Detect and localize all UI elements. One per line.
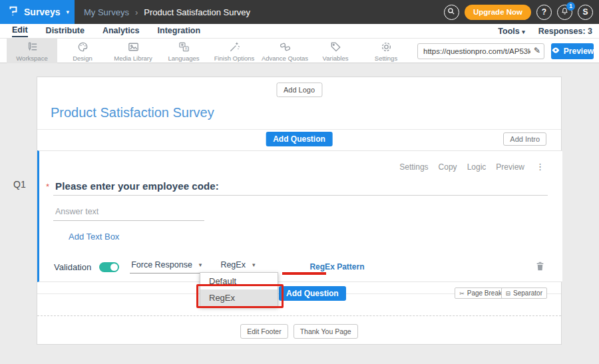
tab-analytics[interactable]: Analytics — [102, 26, 140, 37]
question-underline — [53, 195, 548, 196]
add-question-button-top[interactable]: Add Question — [266, 132, 333, 146]
page-break-button[interactable]: ✂ Page Break — [455, 287, 506, 299]
toolbar-item-languages[interactable]: A Languages — [158, 39, 209, 63]
toolbar-label: Workspace — [16, 55, 47, 62]
toolbar-label: Media Library — [114, 55, 152, 62]
chevron-down-icon: ▾ — [199, 262, 202, 268]
toolbar-item-workspace[interactable]: Workspace — [7, 39, 57, 63]
survey-card: Add Logo Product Satisfaction Survey Add… — [37, 77, 562, 345]
survey-title[interactable]: Product Satisfaction Survey — [51, 105, 214, 120]
answer-text-field[interactable]: Answer text — [55, 207, 99, 216]
scissors-icon: ✂ — [459, 290, 465, 297]
search-icon — [447, 7, 456, 18]
section-divider — [37, 129, 561, 130]
product-label: Surveys — [24, 7, 60, 17]
force-response-dropdown[interactable]: Force Response ▾ — [130, 260, 206, 273]
toolbar-label: Advance Quotas — [262, 55, 308, 62]
add-intro-button[interactable]: Add Intro — [503, 132, 546, 146]
responses-count[interactable]: Responses: 3 — [538, 27, 592, 36]
palette-icon — [77, 41, 89, 53]
breadcrumb: My Surveys › Product Satisfaction Survey — [84, 0, 250, 24]
question-mark-icon: ? — [542, 7, 546, 17]
toggle-knob — [110, 264, 118, 271]
question-preview-link[interactable]: Preview — [496, 162, 524, 172]
chevron-down-icon: ▾ — [252, 262, 256, 268]
add-text-box-link[interactable]: Add Text Box — [69, 232, 119, 242]
tools-menu[interactable]: Tools ▾ — [498, 27, 524, 36]
media-image-icon — [127, 41, 140, 53]
breadcrumb-current: Product Satisfaction Survey — [144, 7, 250, 17]
editor-toolbar: Workspace Design — [0, 39, 599, 63]
tab-distribute[interactable]: Distribute — [46, 26, 85, 37]
regex-pattern-link[interactable]: RegEx Pattern — [309, 262, 364, 272]
preview-label: Preview — [564, 47, 594, 56]
svg-text:A: A — [184, 47, 187, 51]
avatar-initial: S — [582, 7, 588, 17]
answer-underline — [53, 220, 204, 221]
magic-wand-icon — [228, 41, 241, 53]
footer-row: Edit Footer Thank You Page — [37, 324, 561, 339]
question-text[interactable]: Please enter your employee code: — [55, 180, 219, 192]
chevron-down-icon: ▾ — [522, 29, 525, 35]
survey-url-input[interactable] — [418, 44, 544, 59]
question-number: Q1 — [13, 179, 26, 190]
separator-button[interactable]: ⊟ Separator — [501, 287, 547, 299]
force-response-value: Force Response — [131, 260, 192, 270]
dropdown-option-regex[interactable]: RegEx — [200, 289, 278, 306]
survey-nav: Edit Distribute Analytics Integration To… — [0, 24, 599, 39]
help-button[interactable]: ? — [536, 5, 552, 20]
page-break-label: Page Break — [467, 289, 502, 297]
toolbar-item-advance-quotas[interactable]: Advance Quotas — [260, 39, 310, 63]
validation-type-menu: Default RegEx — [200, 272, 278, 307]
toolbar-label: Settings — [375, 55, 397, 62]
question-card: Settings Copy Logic Preview ⋮ * Please e… — [37, 150, 562, 282]
toolbar-label: Design — [73, 55, 93, 62]
question-actions: Settings Copy Logic Preview ⋮ — [399, 162, 544, 172]
thank-you-page-button[interactable]: Thank You Page — [294, 324, 358, 339]
toolbar-item-finish-options[interactable]: Finish Options — [209, 39, 260, 63]
kebab-menu-icon[interactable]: ⋮ — [536, 162, 544, 172]
tab-integration[interactable]: Integration — [158, 26, 201, 37]
question-text-row: * Please enter your employee code: — [46, 180, 219, 192]
separator-box-icon: ⊟ — [506, 290, 511, 297]
notification-badge: 1 — [566, 2, 575, 11]
questionpro-logo-icon — [7, 5, 19, 19]
required-asterisk: * — [46, 182, 49, 192]
notifications-button[interactable]: 1 — [557, 5, 572, 20]
dropdown-option-default[interactable]: Default — [200, 273, 278, 289]
question-settings-link[interactable]: Settings — [399, 162, 428, 172]
breadcrumb-my-surveys[interactable]: My Surveys — [84, 7, 129, 17]
workspace-icon — [26, 41, 39, 53]
upgrade-now-button[interactable]: Upgrade Now — [465, 5, 531, 20]
edit-footer-button[interactable]: Edit Footer — [240, 324, 288, 339]
toolbar-label: Variables — [323, 55, 349, 62]
delete-question-icon[interactable] — [536, 261, 544, 273]
question-logic-link[interactable]: Logic — [467, 162, 487, 172]
add-question-button-bottom[interactable]: Add Question — [279, 286, 346, 301]
survey-nav-tabs: Edit Distribute Analytics Integration — [12, 24, 200, 39]
tag-icon — [329, 41, 342, 53]
toolbar-label: Finish Options — [214, 55, 255, 62]
preview-button[interactable]: Preview — [551, 43, 594, 59]
separator-label: Separator — [513, 289, 542, 297]
toolbar-item-variables[interactable]: Variables — [310, 39, 361, 63]
toolbar-item-design[interactable]: Design — [57, 39, 108, 63]
add-logo-button[interactable]: Add Logo — [276, 83, 322, 97]
top-bar: Surveys ▾ My Surveys › Product Satisfact… — [0, 0, 599, 24]
eye-icon — [551, 47, 560, 56]
tab-edit[interactable]: Edit — [12, 25, 28, 37]
questionpro-survey-editor: Surveys ▾ My Surveys › Product Satisfact… — [0, 0, 599, 364]
toolbar-item-settings[interactable]: Settings — [361, 39, 411, 63]
validation-toggle[interactable] — [99, 262, 119, 272]
validation-type-dropdown[interactable]: RegEx ▾ — [219, 260, 259, 273]
chain-links-icon — [279, 41, 292, 53]
topbar-actions: Upgrade Now ? 1 S — [444, 0, 593, 24]
translate-icon: A — [178, 41, 190, 53]
toolbar-item-media-library[interactable]: Media Library — [108, 39, 158, 63]
edit-url-icon[interactable]: ✎ — [534, 46, 540, 55]
product-switcher[interactable]: Surveys ▾ — [0, 0, 75, 24]
question-copy-link[interactable]: Copy — [439, 162, 457, 172]
validation-type-value: RegEx — [220, 260, 246, 270]
account-avatar[interactable]: S — [578, 5, 593, 20]
search-button[interactable] — [444, 5, 459, 20]
